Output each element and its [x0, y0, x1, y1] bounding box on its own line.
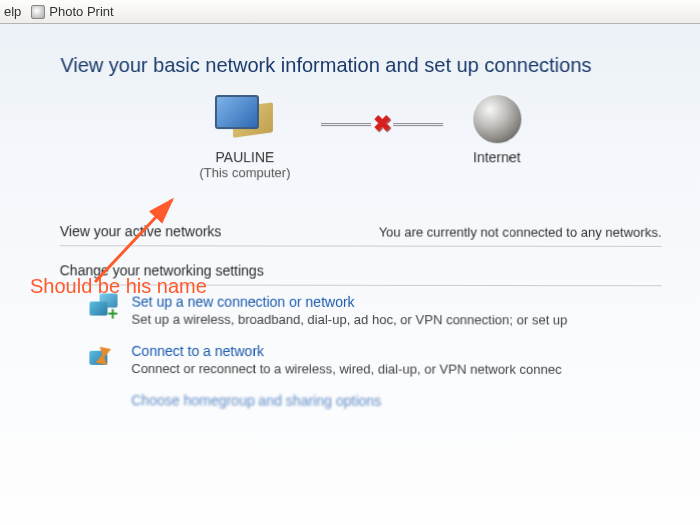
computer-subtitle: (This computer) [199, 165, 290, 180]
node-this-computer[interactable]: PAULINE (This computer) [199, 95, 290, 180]
disconnected-icon: ✖ [371, 113, 393, 135]
active-networks-label: View your active networks [60, 223, 222, 239]
homegroup-title[interactable]: Choose homegroup and sharing options [131, 392, 381, 409]
computer-icon [215, 95, 275, 143]
menu-photo-print[interactable]: Photo Print [31, 4, 113, 19]
homegroup-icon [89, 392, 119, 418]
photo-print-icon [31, 5, 45, 19]
setup-connection-desc: Set up a wireless, broadband, dial-up, a… [131, 312, 567, 328]
internet-label: Internet [473, 149, 521, 165]
map-connector: ✖ [320, 113, 442, 135]
connect-network-icon [89, 343, 119, 369]
connection-status: You are currently not connected to any n… [221, 200, 661, 240]
annotation-text: Should be his name [30, 275, 207, 298]
node-internet[interactable]: Internet [473, 95, 521, 165]
internet-icon [473, 95, 521, 143]
setting-homegroup[interactable]: Choose homegroup and sharing options [59, 384, 662, 428]
page-heading: View your basic network information and … [60, 54, 660, 77]
network-map: PAULINE (This computer) ✖ Internet [60, 95, 661, 180]
connect-network-desc: Connect or reconnect to a wireless, wire… [131, 361, 561, 377]
computer-name: PAULINE [199, 149, 290, 165]
setting-connect-network[interactable]: Connect to a network Connect or reconnec… [59, 335, 662, 386]
network-center-panel: View your basic network information and … [0, 24, 700, 428]
menu-help[interactable]: elp [4, 4, 21, 19]
active-networks-section: View your active networks You are curren… [60, 200, 662, 247]
connect-network-title[interactable]: Connect to a network [131, 343, 561, 360]
photo-print-label: Photo Print [49, 4, 113, 19]
menubar: elp Photo Print [0, 0, 700, 24]
